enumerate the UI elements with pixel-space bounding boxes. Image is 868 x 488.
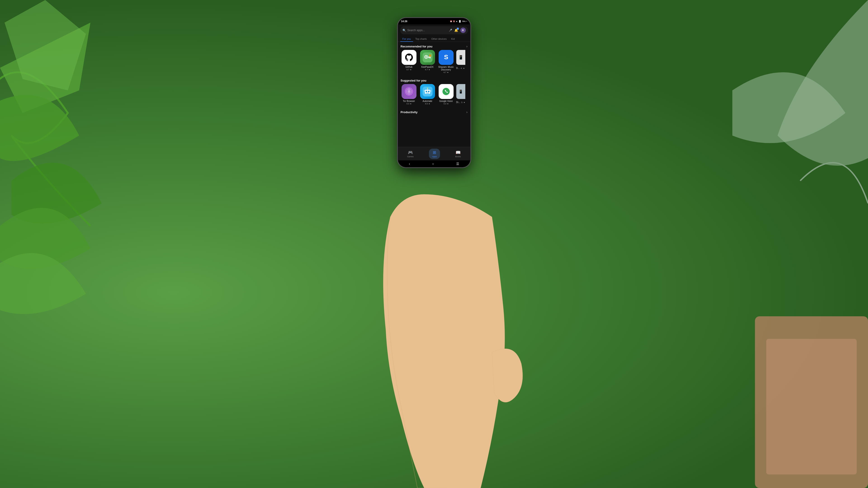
scroll-content[interactable]: Recommended for you › <box>398 42 470 147</box>
svg-point-5 <box>426 56 427 58</box>
partial-rating-1: 4. ★ <box>461 67 465 69</box>
nav-apps[interactable]: ⊞ Apps <box>429 149 440 159</box>
tab-other-devices[interactable]: Other devices <box>429 36 449 41</box>
phone-wrapper: 14:26 ⏰ 🔇 ▲ ▐▌ 75% ▪ 🔍 Search apps... 🎤 … <box>398 18 470 167</box>
battery-indicator: 75% <box>462 20 466 22</box>
shazam-rating: 4.7 ★ <box>443 71 448 73</box>
github-icon <box>402 50 416 65</box>
app-item-automate[interactable]: Automate 4.5 ★ <box>419 84 436 105</box>
nav-tabs: For you Top charts Other devices Kid <box>398 36 470 42</box>
shazam-icon: S <box>439 50 454 65</box>
productivity-arrow-icon[interactable]: › <box>466 110 468 114</box>
svg-rect-7 <box>430 57 431 59</box>
github-name: GitHub <box>405 66 412 68</box>
keepassdx-name: KeePassDX <box>422 66 434 68</box>
suggested-section-header: Suggested for you <box>398 76 470 84</box>
tor-name: Tor Browser <box>403 100 415 103</box>
automate-icon-wrap <box>420 84 435 99</box>
tab-for-you[interactable]: For you <box>400 36 413 41</box>
books-icon: 📖 <box>456 150 461 155</box>
svg-rect-24 <box>427 88 428 90</box>
shazam-name: Shazam: Music Discovery <box>438 66 455 71</box>
automate-rating: 4.5 ★ <box>425 103 430 105</box>
svg-point-21 <box>426 91 427 92</box>
battery-icon: ▪ <box>466 20 467 22</box>
github-icon-wrap <box>402 50 416 65</box>
svg-point-25 <box>427 88 428 89</box>
status-bar: 14:26 ⏰ 🔇 ▲ ▐▌ 75% ▪ <box>398 18 470 24</box>
partial-icon-1: 📱 <box>456 50 465 65</box>
recommended-section-header: Recommended for you › <box>398 42 470 50</box>
shazam-icon-wrap: S <box>439 50 454 65</box>
search-icon: 🔍 <box>402 29 406 32</box>
productivity-section-header: Productivity › <box>398 107 470 116</box>
search-input[interactable]: Search apps... <box>407 29 447 32</box>
recommended-arrow-icon[interactable]: › <box>466 44 468 48</box>
apps-label: Apps <box>432 156 437 158</box>
app-item-shazam[interactable]: S Shazam: Music Discovery 4.7 ★ <box>438 50 455 73</box>
automate-name: Automate <box>423 100 432 103</box>
app-item-partial-2[interactable]: 📱 Di... 3. ★ <box>456 84 465 105</box>
svg-point-22 <box>428 91 429 92</box>
android-nav-bar: ‹ ○ ☰ <box>398 160 470 167</box>
automate-icon <box>420 84 435 99</box>
status-time: 14:26 <box>401 20 407 23</box>
home-button[interactable]: ○ <box>429 161 437 166</box>
bottom-nav: 🎮 Games ⊞ Apps 📖 Books <box>398 147 470 160</box>
partial-name-1: D... <box>456 67 460 69</box>
alarm-icon: ⏰ <box>450 20 452 22</box>
tor-icon-wrap <box>402 84 416 99</box>
mic-icon[interactable]: 🎤 <box>449 29 452 32</box>
partial-rating-2: 3. ★ <box>461 101 465 103</box>
keepassdx-icon <box>420 50 435 65</box>
nav-games[interactable]: 🎮 Games <box>404 149 417 159</box>
svg-rect-8 <box>429 57 429 58</box>
notification-badge: 1 <box>457 28 459 30</box>
back-button[interactable]: ‹ <box>406 161 413 166</box>
app-screen: 🔍 Search apps... 🎤 🔔 1 R For you Top cha… <box>398 24 470 167</box>
partial-icon-2: 📱 <box>456 84 465 99</box>
svg-rect-6 <box>428 57 431 57</box>
apps-icon: ⊞ <box>433 150 436 155</box>
signal-icon: ▐▌ <box>459 20 462 22</box>
app-item-partial-1[interactable]: 📱 D... 4. ★ <box>456 50 465 73</box>
keepassdx-icon-wrap <box>420 50 435 65</box>
svg-rect-26 <box>424 91 425 91</box>
productivity-title: Productivity <box>401 110 417 114</box>
recents-button[interactable]: ☰ <box>454 161 462 166</box>
tab-kids[interactable]: Kid <box>449 36 457 41</box>
recommended-apps-row: GitHub 4.7 ★ <box>398 50 470 76</box>
avatar[interactable]: R <box>460 28 466 33</box>
app-item-keepassdx[interactable]: KeePassDX 4.7 ★ <box>419 50 436 73</box>
svg-rect-23 <box>426 93 429 93</box>
svg-rect-27 <box>430 91 431 91</box>
google-voice-icon <box>439 84 454 99</box>
svg-text:S: S <box>444 54 448 61</box>
suggested-apps-row: Tor Browser 4.3 ★ <box>398 84 470 107</box>
games-label: Games <box>407 156 413 158</box>
wifi-icon: ▲ <box>456 20 458 22</box>
nav-books[interactable]: 📖 Books <box>452 149 464 159</box>
app-item-google-voice[interactable]: Google Voice 4.3 ★ <box>438 84 455 105</box>
status-icons: ⏰ 🔇 ▲ ▐▌ 75% ▪ <box>450 20 467 22</box>
books-label: Books <box>455 156 461 158</box>
github-rating: 4.7 ★ <box>406 68 411 71</box>
recommended-title: Recommended for you <box>401 45 433 48</box>
partial-icon-content-2: 📱 <box>456 84 465 99</box>
google-voice-name: Google Voice <box>439 100 453 103</box>
partial-name-2: Di... <box>456 101 460 103</box>
google-voice-rating: 4.3 ★ <box>443 103 448 105</box>
tor-icon <box>402 84 416 99</box>
google-voice-icon-wrap <box>439 84 454 99</box>
games-icon: 🎮 <box>408 150 413 155</box>
keepassdx-rating: 4.7 ★ <box>425 68 430 71</box>
tor-rating: 4.3 ★ <box>406 103 411 105</box>
mute-icon: 🔇 <box>453 20 455 22</box>
app-item-tor[interactable]: Tor Browser 4.3 ★ <box>401 84 417 105</box>
suggested-title: Suggested for you <box>401 79 427 82</box>
app-item-github[interactable]: GitHub 4.7 ★ <box>401 50 417 73</box>
notification-button[interactable]: 🔔 1 <box>454 28 459 33</box>
phone: 14:26 ⏰ 🔇 ▲ ▐▌ 75% ▪ 🔍 Search apps... 🎤 … <box>398 18 470 167</box>
search-bar[interactable]: 🔍 Search apps... 🎤 🔔 1 R <box>400 26 468 34</box>
tab-top-charts[interactable]: Top charts <box>413 36 429 41</box>
